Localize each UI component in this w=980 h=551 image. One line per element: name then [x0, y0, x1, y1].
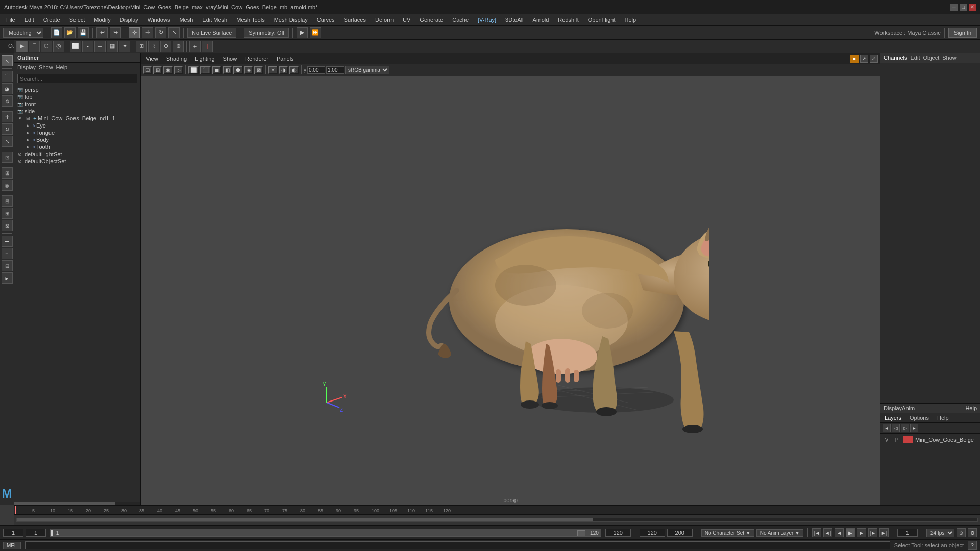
vp-menu-lighting[interactable]: Lighting: [192, 56, 218, 62]
select-mode-btn[interactable]: ▶: [16, 41, 28, 52]
attr-tool[interactable]: ⊟: [2, 260, 13, 271]
menu-help[interactable]: Help: [621, 16, 641, 24]
vp-menu-renderer[interactable]: Renderer: [242, 56, 272, 62]
symmetry-btn[interactable]: Symmetry: Off: [244, 28, 289, 38]
tree-item-top[interactable]: 📷 top: [14, 93, 140, 101]
outliner-search-input[interactable]: [17, 74, 137, 83]
vp-grid-btn[interactable]: ⊞: [153, 66, 162, 74]
menu-arnold[interactable]: Arnold: [529, 16, 553, 24]
channel-tool[interactable]: ≡: [2, 248, 13, 259]
layer-tab-help[interactable]: Help: [935, 414, 951, 421]
ch-tab-object[interactable]: Object: [923, 55, 939, 61]
select-tool[interactable]: ↖: [2, 55, 13, 66]
vp-shading-1[interactable]: ⬜: [188, 66, 199, 74]
soft-select-btn[interactable]: ◎: [53, 41, 64, 52]
viewport-icon-3[interactable]: ⤢: [870, 55, 878, 63]
char-set-btn[interactable]: No Character Set ▼: [701, 529, 754, 537]
layers-tool[interactable]: ☰: [2, 236, 13, 247]
menu-modify[interactable]: Modify: [90, 16, 114, 24]
layer-row-cow[interactable]: V P Mini_Cow_Goes_Beige: [883, 435, 978, 444]
tree-item-tongue[interactable]: ▸ ≈ Tongue: [14, 129, 140, 136]
face-btn[interactable]: ▦: [107, 41, 118, 52]
vp-light-1[interactable]: ☀: [268, 66, 278, 74]
view-tool-3[interactable]: ⊠: [2, 220, 13, 231]
vp-menu-panels[interactable]: Panels: [274, 56, 297, 62]
lasso-btn[interactable]: ⌒: [29, 41, 40, 52]
playback-range-bar[interactable]: ▌ 1 120: [50, 529, 601, 537]
layer-playback[interactable]: P: [893, 437, 901, 443]
prev-key-btn[interactable]: ◄|: [823, 528, 832, 537]
prev-frame-btn[interactable]: ◄: [835, 528, 844, 537]
paint-select-tool[interactable]: ◕: [2, 83, 13, 94]
tree-item-cow-group[interactable]: ▾ ⊞ ✦ Mini_Cow_Goes_Beige_nd1_1: [14, 115, 140, 122]
outliner-menu-help[interactable]: Help: [56, 64, 68, 70]
range-end-input[interactable]: [605, 529, 631, 537]
layer-next2-btn[interactable]: ▷: [901, 424, 909, 432]
object-center[interactable]: ◎: [2, 180, 13, 191]
plus-btn[interactable]: +: [189, 41, 201, 52]
outliner-menu-show[interactable]: Show: [39, 64, 53, 70]
sign-in-btn[interactable]: Sign In: [948, 28, 977, 38]
undo-btn[interactable]: ↩: [96, 27, 108, 38]
move-tool-btn[interactable]: ✛: [142, 27, 153, 38]
render-btn[interactable]: ▶: [297, 27, 308, 38]
help-line-btn[interactable]: ?: [968, 541, 977, 550]
gamma-input[interactable]: [307, 66, 325, 74]
next-key-btn[interactable]: |►: [868, 528, 877, 537]
vp-shading-6[interactable]: ◈: [244, 66, 253, 74]
open-file-btn[interactable]: 📂: [64, 27, 76, 38]
snap-view-btn[interactable]: ⊗: [173, 41, 184, 52]
viewport-3d[interactable]: View Shading Lighting Show Renderer Pane…: [141, 53, 880, 505]
snap-tool[interactable]: ⊞: [2, 167, 13, 179]
menu-windows[interactable]: Windows: [143, 16, 175, 24]
modeling-mode-select[interactable]: Modeling: [3, 28, 43, 38]
vp-shading-2[interactable]: ⬛: [200, 66, 211, 74]
fps-select[interactable]: 24 fps: [926, 529, 954, 537]
tree-item-eye[interactable]: ▸ ≈ Eye: [14, 122, 140, 129]
max-end-input[interactable]: [667, 529, 693, 537]
range-start-input[interactable]: [26, 529, 46, 537]
menu-curves[interactable]: Curves: [313, 16, 339, 24]
rotate-tool-2[interactable]: ↻: [2, 123, 13, 135]
menu-edit-mesh[interactable]: Edit Mesh: [198, 16, 231, 24]
tree-item-front[interactable]: 📷 front: [14, 101, 140, 108]
vp-texture-btn[interactable]: ⊠: [254, 66, 263, 74]
menu-vray[interactable]: [V-Ray]: [474, 16, 500, 24]
vp-camera-btn[interactable]: ⊡: [143, 66, 152, 74]
tree-item-side[interactable]: 📷 side: [14, 108, 140, 115]
menu-mesh-tools[interactable]: Mesh Tools: [232, 16, 268, 24]
layer-tab-layers[interactable]: Layers: [883, 414, 903, 421]
vp-snap-btn[interactable]: ◉: [163, 66, 173, 74]
vp-menu-show[interactable]: Show: [220, 56, 240, 62]
paint-select-btn[interactable]: ⬡: [41, 41, 52, 52]
layers-anim-tab[interactable]: Anim: [902, 405, 915, 411]
menu-redshift[interactable]: Redshift: [554, 16, 582, 24]
layer-prev-btn[interactable]: ◄: [883, 424, 891, 432]
auto-key-btn[interactable]: ⊙: [957, 528, 966, 537]
live-surface-btn[interactable]: No Live Surface: [187, 28, 236, 38]
menu-deform[interactable]: Deform: [371, 16, 398, 24]
vertex-btn[interactable]: •: [82, 41, 93, 52]
max-end-display[interactable]: [640, 529, 665, 537]
maximize-button[interactable]: □: [960, 4, 967, 11]
tree-item-persp[interactable]: 📷 persp: [14, 86, 140, 93]
rotate-tool-btn[interactable]: ↻: [155, 27, 166, 38]
new-file-btn[interactable]: 📄: [51, 27, 62, 38]
menu-select[interactable]: Select: [65, 16, 89, 24]
menu-uv[interactable]: UV: [399, 16, 414, 24]
menu-cache[interactable]: Cache: [448, 16, 473, 24]
mel-btn[interactable]: MEL: [3, 542, 21, 549]
layer-tab-options[interactable]: Options: [908, 414, 931, 421]
minus-btn[interactable]: |: [202, 41, 213, 52]
lasso-tool[interactable]: ⌒: [2, 71, 13, 82]
menu-3dtoall[interactable]: 3DtoAll: [501, 16, 527, 24]
layer-next-btn[interactable]: ►: [910, 424, 918, 432]
colorspace-select[interactable]: sRGB gamma: [345, 66, 389, 74]
layer-visibility[interactable]: V: [883, 437, 891, 443]
show-manip[interactable]: ⊡: [2, 152, 13, 163]
vp-shading-5[interactable]: ⬢: [233, 66, 243, 74]
scale-tool-2[interactable]: ⤡: [2, 136, 13, 147]
jump-start-btn[interactable]: |◄: [812, 528, 821, 537]
minimize-button[interactable]: ─: [950, 4, 958, 11]
layer-color-swatch[interactable]: [903, 436, 913, 443]
